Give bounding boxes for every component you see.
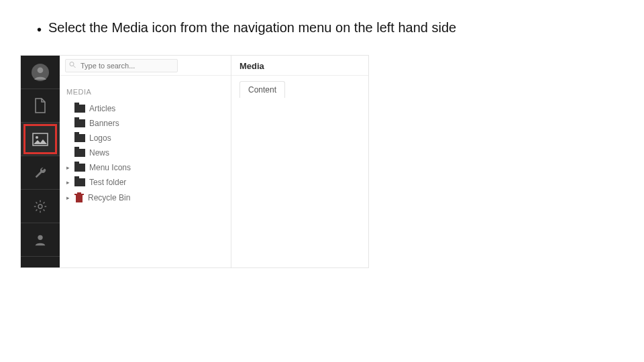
caret-icon: ▸ [65,164,70,171]
tree-item[interactable]: ▸ Menu Icons [64,160,227,175]
trash-icon [74,192,84,203]
folder-icon [74,134,85,142]
document-icon [34,98,47,114]
svg-rect-18 [77,192,81,194]
media-tree: Articles Banners Logos News ▸ Menu Icons [60,101,231,206]
nav-developer[interactable] [21,190,60,223]
wrench-icon [33,166,48,180]
svg-rect-16 [76,195,83,202]
svg-point-3 [36,136,38,139]
svg-line-15 [74,66,76,68]
tree-item-label: Banners [89,119,225,128]
detail-title: Media [231,56,368,76]
svg-rect-17 [74,194,84,195]
instruction-bullet: • Select the Media icon from the navigat… [37,20,456,39]
tree-item[interactable]: ▸ Test folder [64,175,227,190]
search-input[interactable] [65,59,178,72]
folder-icon [74,178,85,186]
svg-line-12 [44,202,45,203]
tree-item[interactable]: Articles [64,101,227,116]
gear-icon [33,199,48,214]
tree-item-label: Logos [89,133,225,143]
nav-media[interactable] [21,123,60,156]
tree-item-label: Articles [89,104,225,113]
section-label: MEDIA [60,76,231,101]
nav-avatar[interactable] [21,56,60,89]
detail-panel: Media Content [231,56,368,267]
svg-line-10 [44,209,45,210]
folder-icon [74,164,85,172]
instruction-text: Select the Media icon from the navigatio… [48,20,456,36]
svg-point-13 [38,235,42,239]
search-row [60,56,231,76]
tree-item[interactable]: Logos [64,131,227,145]
user-icon [33,233,48,247]
tree-item[interactable]: Banners [64,116,227,131]
tree-item-label: Menu Icons [89,163,225,172]
tree-panel: MEDIA Articles Banners Logos News [60,56,231,267]
caret-icon: ▸ [65,179,70,186]
bullet-dot: • [37,20,42,39]
nav-settings[interactable] [21,156,60,190]
folder-icon [74,105,85,113]
tree-item-label: Test folder [89,178,225,187]
folder-icon [74,119,85,127]
search-icon [68,60,76,70]
app-screenshot: MEDIA Articles Banners Logos News [20,55,369,268]
tree-item-recycle-bin[interactable]: ▸ Recycle Bin [64,190,227,206]
tab-content[interactable]: Content [239,81,285,98]
nav-users[interactable] [21,223,60,257]
tree-item-label: News [89,148,225,158]
svg-line-11 [36,209,37,210]
svg-point-4 [38,204,42,208]
detail-tabs: Content [231,76,368,98]
tree-item[interactable]: News [64,145,227,160]
svg-line-9 [36,202,37,203]
caret-icon: ▸ [65,194,70,201]
folder-icon [74,149,85,157]
image-icon [32,133,48,146]
svg-point-1 [38,67,44,73]
nav-content[interactable] [21,89,60,123]
nav-rail [21,56,60,267]
svg-point-14 [70,62,74,66]
tree-item-label: Recycle Bin [88,193,225,202]
avatar-icon [32,64,49,81]
